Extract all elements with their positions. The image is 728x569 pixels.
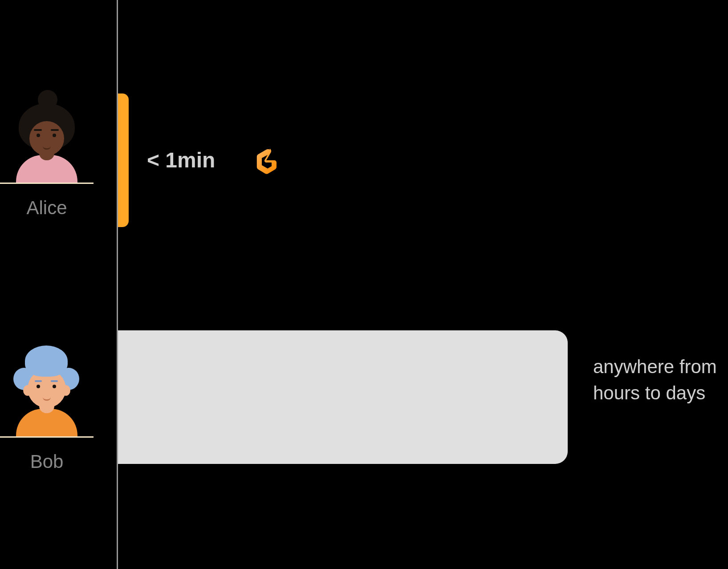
alice-time-label: < 1min [147,148,215,172]
alice-avatar-container: Alice [0,89,94,219]
bob-time-bar [118,330,568,464]
timeline-axis [117,0,118,569]
alice-underline [0,183,94,184]
bob-avatar-container: Bob [0,343,94,472]
alice-avatar [0,89,94,183]
bob-avatar [0,343,94,436]
bob-underline [0,436,94,438]
bob-time-label: anywhere from hours to days [593,354,718,406]
gitpod-logo-icon [254,147,282,177]
alice-time-bar [118,93,129,227]
bob-name-label: Bob [0,451,94,472]
alice-name-label: Alice [0,197,94,219]
